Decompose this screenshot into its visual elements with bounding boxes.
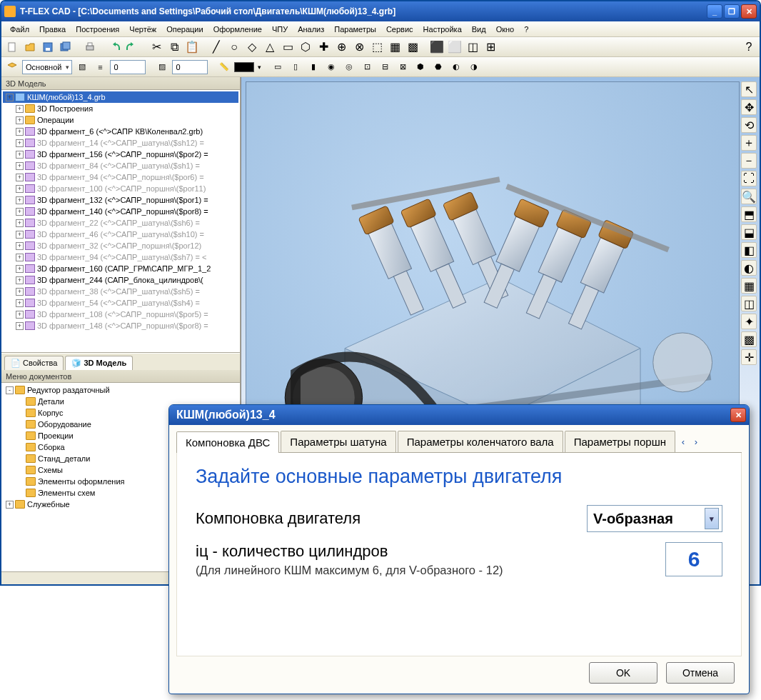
menu-ЧПУ[interactable]: ЧПУ [268, 24, 292, 35]
tool-icon[interactable]: ✚ [316, 39, 331, 55]
tree-item[interactable]: +3D фрагмент_94 (<^>САПР_поршня\($por6) … [3, 171, 238, 183]
dialog-close-button[interactable]: ✕ [730, 408, 746, 422]
expand-icon[interactable]: - [6, 386, 14, 394]
new-icon[interactable] [4, 39, 20, 55]
ruler-icon[interactable]: 📏 [216, 59, 232, 75]
view-icon[interactable]: ◫ [465, 39, 480, 55]
dialog-tab[interactable]: Компоновка ДВС [176, 431, 279, 453]
tool-icon[interactable]: ⊠ [395, 59, 410, 75]
pan-icon[interactable]: ✥ [741, 99, 757, 115]
color-swatch[interactable] [234, 62, 254, 72]
open-icon[interactable] [22, 39, 38, 55]
spin1[interactable]: 0 [110, 60, 146, 74]
tree-item[interactable]: +3D фрагмент_160 (САПР_ГРМ\САПР_МГР_1_2 [3, 263, 238, 274]
tool-icon[interactable]: ◉ [323, 59, 339, 75]
menu-Настройка[interactable]: Настройка [419, 24, 466, 35]
cursor-icon[interactable]: ↖ [741, 81, 757, 97]
tool-icon[interactable]: △ [262, 39, 278, 55]
tool-icon[interactable]: ⬣ [430, 59, 446, 75]
tree-item[interactable]: +3D фрагмент_100 (<^>САПР_поршня\($por11… [3, 183, 238, 194]
wire-icon[interactable]: ▦ [741, 278, 757, 294]
menu-Окно[interactable]: Окно [492, 24, 519, 35]
tool-icon[interactable]: ▮ [306, 59, 321, 75]
tree-item[interactable]: +КШМ(любой)13_4.grb [3, 91, 238, 103]
tree-item[interactable]: +3D фрагмент_244 (САПР_блока_цилиндров\( [3, 274, 238, 286]
axes-icon[interactable]: ✛ [741, 349, 757, 365]
expand-icon[interactable]: + [16, 242, 24, 250]
tool-icon[interactable]: ⬢ [413, 59, 428, 75]
tree-item[interactable]: +3D фрагмент_148 (<^>САПР_поршня\($por8)… [3, 320, 238, 331]
dialog-tab[interactable]: Параметры шатуна [281, 431, 395, 452]
expand-icon[interactable]: + [16, 162, 24, 170]
tool-icon[interactable]: ⊟ [377, 59, 393, 75]
tool-icon[interactable]: ⬡ [298, 39, 313, 55]
expand-icon[interactable]: + [16, 151, 24, 159]
tab-scroll-right[interactable]: › [690, 434, 702, 449]
close-button[interactable]: ✕ [741, 4, 757, 19]
expand-icon[interactable]: + [16, 139, 24, 147]
tool-icon[interactable]: ▭ [270, 59, 286, 75]
tool-icon[interactable]: ╱ [208, 39, 224, 55]
help-icon[interactable]: ? [741, 39, 757, 55]
tree-item[interactable]: +3D фрагмент_46 (<^>САПР_шатуна\($sh10) … [3, 229, 238, 240]
view-icon[interactable]: ⬜ [447, 39, 463, 55]
print-icon[interactable] [82, 39, 98, 55]
tool-icon[interactable]: ▩ [405, 39, 420, 55]
tool-icon[interactable]: ▦ [387, 39, 403, 55]
main-titlebar[interactable]: T-FLEX CAD - [C:\Documents and Settings\… [1, 1, 760, 21]
layout-select[interactable]: V-образная ▾ [587, 505, 722, 532]
expand-icon[interactable]: + [16, 196, 24, 204]
tool-icon[interactable]: ◇ [244, 39, 260, 55]
paste-icon[interactable]: 📋 [184, 39, 200, 55]
layer-icon[interactable] [4, 59, 20, 75]
expand-icon[interactable]: + [16, 231, 24, 239]
menu-Файл[interactable]: Файл [6, 24, 34, 35]
tool-icon[interactable]: ▭ [280, 39, 296, 55]
dialog-tab[interactable]: Параметры поршн [565, 431, 675, 452]
expand-icon[interactable]: + [16, 128, 24, 136]
spin2[interactable]: 0 [172, 60, 208, 74]
copy-icon[interactable]: ⧉ [166, 39, 182, 55]
menu-Правка[interactable]: Правка [35, 24, 70, 35]
tree-item[interactable]: +3D фрагмент_140 (<^>САПР_поршня\($por8)… [3, 206, 238, 217]
tree-item[interactable]: +3D фрагмент_132 (<^>САПР_поршня\($por1)… [3, 194, 238, 206]
maximize-button[interactable]: ❐ [724, 4, 740, 19]
minimize-button[interactable]: _ [707, 4, 722, 19]
tool-icon[interactable]: ⬚ [369, 39, 385, 55]
tree-item[interactable]: +3D фрагмент_54 (<^>САПР_шатуна\($sh4) = [3, 297, 238, 309]
section-icon[interactable]: ◫ [741, 296, 757, 311]
expand-icon[interactable]: + [16, 288, 24, 296]
tool-icon[interactable]: ◎ [341, 59, 357, 75]
tool-icon[interactable]: ⊗ [351, 39, 367, 55]
view-icon[interactable]: ⬛ [429, 39, 445, 55]
rotate-icon[interactable]: ⟲ [741, 117, 757, 133]
cut-icon[interactable]: ✂ [148, 39, 164, 55]
expand-icon[interactable]: + [6, 501, 14, 509]
menu-Операции[interactable]: Операции [162, 24, 207, 35]
view-iso-icon[interactable]: ◧ [741, 242, 757, 258]
expand-icon[interactable]: + [16, 208, 24, 216]
expand-icon[interactable]: + [16, 322, 24, 330]
menu-Анализ[interactable]: Анализ [293, 24, 328, 35]
tab-3dmodel[interactable]: 🧊 3D Модель [65, 356, 133, 370]
view-front-icon[interactable]: ⬓ [741, 224, 757, 240]
expand-icon[interactable]: + [16, 105, 24, 113]
saveall-icon[interactable] [58, 39, 74, 55]
view-icon[interactable]: ⊞ [483, 39, 498, 55]
zoom-window-icon[interactable]: 🔍 [741, 189, 757, 204]
tree-item[interactable]: +3D фрагмент_32 (<^>САПР_поршня\($por12) [3, 240, 238, 251]
tree-item[interactable]: +3D фрагмент_84 (<^>САПР_шатуна\($sh1) = [3, 160, 238, 171]
menu-?[interactable]: ? [520, 24, 533, 35]
expand-icon[interactable]: + [16, 265, 24, 273]
tool-icon[interactable]: ⊡ [359, 59, 375, 75]
hatch-icon[interactable]: ▨ [154, 59, 170, 75]
zoom-in-icon[interactable]: ＋ [741, 135, 757, 151]
tool-icon[interactable]: ○ [226, 39, 242, 55]
expand-icon[interactable]: + [16, 311, 24, 319]
tab-props[interactable]: 📄 Свойства [4, 356, 64, 370]
expand-icon[interactable]: + [16, 254, 24, 261]
tree-item[interactable]: +3D фрагмент_38 (<^>САПР_шатуна\($sh5) = [3, 286, 238, 297]
tree-item[interactable]: +3D фрагмент_22 (<^>САПР_шатуна\($sh6) = [3, 217, 238, 229]
tree-item[interactable]: +3D фрагмент_156 (<^>САПР_поршня\($por2)… [3, 149, 238, 160]
dialog-titlebar[interactable]: КШМ(любой)13_4 ✕ [169, 405, 749, 425]
